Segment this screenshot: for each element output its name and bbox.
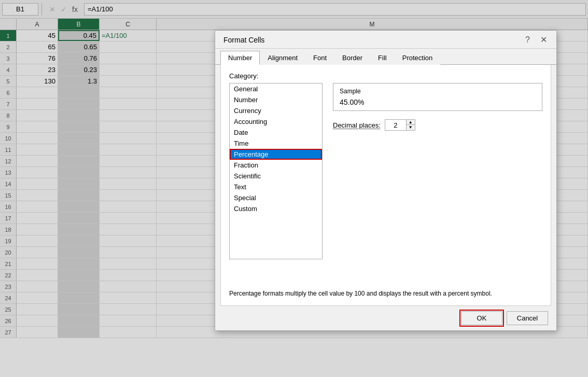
category-list-container: GeneralNumberCurrencyAccountingDateTimeP… bbox=[229, 83, 542, 259]
decimal-places-input[interactable] bbox=[385, 120, 406, 130]
category-label: Category: bbox=[229, 72, 542, 80]
tab-number[interactable]: Number bbox=[220, 51, 260, 65]
spreadsheet-container: B1 ✕ ✓ fx A B C M 1450.45=A1/1002650.653… bbox=[0, 0, 588, 377]
category-item-scientific[interactable]: Scientific bbox=[230, 171, 322, 181]
category-item-number[interactable]: Number bbox=[230, 94, 322, 105]
dialog-tabs: Number Alignment Font Border Fill Protec… bbox=[215, 49, 556, 65]
decimal-row: Decimal places: ▲ ▼ bbox=[333, 119, 542, 131]
sample-value: 45.00% bbox=[340, 98, 536, 106]
dialog-overlay: Format Cells ? ✕ Number Alignment Font B… bbox=[0, 0, 588, 377]
help-icon[interactable]: ? bbox=[522, 35, 533, 45]
tab-fill[interactable]: Fill bbox=[370, 51, 395, 65]
category-item-text[interactable]: Text bbox=[230, 181, 322, 192]
category-item-general[interactable]: General bbox=[230, 83, 322, 94]
tab-alignment[interactable]: Alignment bbox=[260, 51, 305, 65]
decimal-spinners: ▲ ▼ bbox=[406, 120, 415, 130]
category-item-accounting[interactable]: Accounting bbox=[230, 116, 322, 127]
sample-box: Sample 45.00% bbox=[333, 83, 542, 111]
decimal-down-button[interactable]: ▼ bbox=[407, 125, 415, 130]
category-item-special[interactable]: Special bbox=[230, 192, 322, 203]
category-item-fraction[interactable]: Fraction bbox=[230, 160, 322, 171]
category-item-percentage[interactable]: Percentage bbox=[230, 149, 322, 160]
format-cells-dialog: Format Cells ? ✕ Number Alignment Font B… bbox=[215, 30, 557, 331]
decimal-up-button[interactable]: ▲ bbox=[407, 120, 415, 125]
dialog-title: Format Cells bbox=[223, 36, 264, 44]
decimal-input-group: ▲ ▼ bbox=[385, 119, 415, 131]
dialog-content: Category: GeneralNumberCurrencyAccountin… bbox=[220, 65, 551, 306]
category-item-currency[interactable]: Currency bbox=[230, 105, 322, 116]
decimal-places-label: Decimal places: bbox=[333, 121, 381, 129]
dialog-titlebar: Format Cells ? ✕ bbox=[215, 31, 556, 49]
description-text: Percentage formats multiply the cell val… bbox=[229, 290, 542, 297]
sample-label: Sample bbox=[340, 88, 536, 95]
close-icon[interactable]: ✕ bbox=[537, 35, 550, 45]
format-options: Sample 45.00% Decimal places: ▲ ▼ bbox=[333, 83, 542, 259]
ok-button[interactable]: OK bbox=[461, 311, 502, 325]
tab-protection[interactable]: Protection bbox=[395, 51, 441, 65]
dialog-titlebar-icons: ? ✕ bbox=[522, 35, 550, 45]
category-item-date[interactable]: Date bbox=[230, 127, 322, 138]
dialog-footer: OK Cancel bbox=[215, 306, 556, 330]
cancel-button[interactable]: Cancel bbox=[507, 311, 548, 325]
category-item-time[interactable]: Time bbox=[230, 138, 322, 149]
tab-border[interactable]: Border bbox=[334, 51, 370, 65]
category-list[interactable]: GeneralNumberCurrencyAccountingDateTimeP… bbox=[229, 83, 323, 259]
category-item-custom[interactable]: Custom bbox=[230, 203, 322, 214]
tab-font[interactable]: Font bbox=[305, 51, 334, 65]
